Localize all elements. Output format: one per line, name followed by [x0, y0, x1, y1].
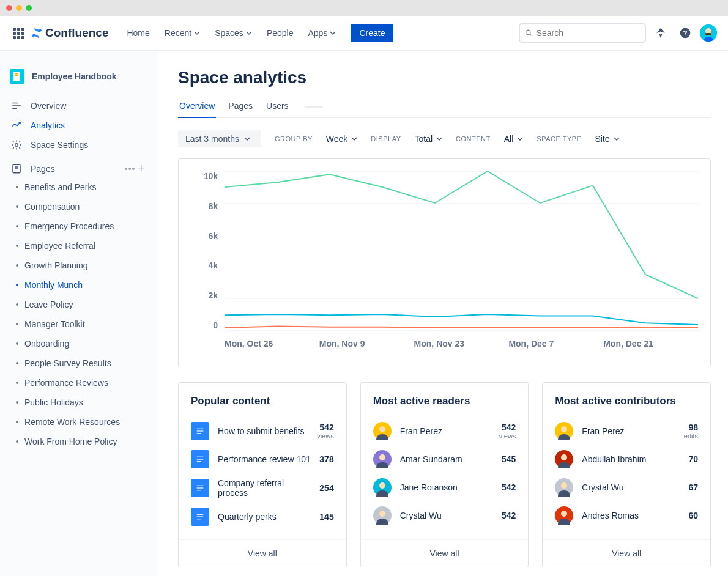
list-item[interactable]: Amar Sundaram 545 — [373, 445, 516, 473]
user-avatar-small — [555, 478, 573, 497]
doc-icon — [191, 422, 209, 440]
svg-point-39 — [561, 426, 567, 432]
page-tree-item[interactable]: People Survey Results — [5, 353, 153, 373]
page-tree-item[interactable]: Leave Policy — [5, 295, 153, 314]
app-switcher-icon[interactable] — [11, 26, 26, 40]
list-item[interactable]: Company referral process 254 — [191, 473, 334, 503]
svg-point-31 — [379, 426, 385, 432]
space-header[interactable]: Employee Handbook — [5, 65, 153, 96]
content-filter[interactable]: All — [504, 134, 524, 144]
overview-icon — [11, 100, 22, 111]
active-readers-card: Most active readers Fran Perez 542views … — [360, 382, 529, 567]
pages-add-icon[interactable]: + — [135, 162, 147, 175]
page-tree-item[interactable]: Remote Work Resources — [5, 412, 153, 432]
page-title: Space analytics — [178, 68, 711, 87]
nav-home[interactable]: Home — [121, 24, 155, 42]
user-avatar-small — [373, 478, 392, 497]
user-avatar-small — [373, 422, 392, 440]
help-icon[interactable]: ? — [675, 23, 695, 43]
sidebar-item-overview[interactable]: Overview — [5, 96, 153, 116]
view-all-readers[interactable]: View all — [361, 539, 529, 567]
user-avatar[interactable] — [700, 24, 717, 42]
list-item[interactable]: How to submit benefits 542views — [191, 417, 334, 445]
filter-bar: Last 3 months GROUP BY Week DISPLAY Tota… — [178, 130, 711, 147]
page-tree-item[interactable]: Public Holidays — [5, 393, 153, 412]
date-range-filter[interactable]: Last 3 months — [178, 130, 261, 147]
page-tree-item[interactable]: Monthly Munch — [5, 275, 153, 295]
list-item[interactable]: Fran Perez 542views — [373, 417, 516, 445]
space-icon — [10, 69, 24, 84]
group-by-filter[interactable]: Week — [326, 134, 358, 144]
nav-apps[interactable]: Apps — [302, 24, 342, 42]
card-title: Most active contributors — [555, 395, 698, 407]
popular-content-card: Popular content How to submit benefits 5… — [178, 382, 347, 567]
page-tree-item[interactable]: Benefits and Perks — [5, 177, 153, 197]
chevron-down-icon — [330, 30, 336, 36]
page-tree-item[interactable]: Work From Home Policy — [5, 432, 153, 451]
doc-icon — [191, 508, 209, 526]
page-tree-item[interactable]: Emergency Procedures — [5, 216, 153, 236]
sidebar-item-settings[interactable]: Space Settings — [5, 135, 153, 155]
display-filter[interactable]: Total — [415, 134, 443, 144]
page-tree-item[interactable]: Performance Reviews — [5, 373, 153, 393]
svg-text:?: ? — [683, 29, 687, 37]
page-tree-item[interactable]: Onboarding — [5, 334, 153, 353]
pages-more-icon[interactable]: ••• — [125, 164, 136, 174]
page-tree-item[interactable]: Compensation — [5, 197, 153, 216]
svg-rect-10 — [15, 75, 18, 76]
analytics-icon — [11, 120, 22, 131]
tab-users[interactable]: Users — [265, 97, 290, 118]
view-all-contributors[interactable]: View all — [543, 539, 710, 567]
nav-spaces[interactable]: Spaces — [209, 24, 258, 42]
create-button[interactable]: Create — [351, 24, 393, 42]
space-type-filter[interactable]: Site — [595, 134, 619, 144]
list-item[interactable]: Jane Rotanson 542 — [373, 473, 516, 501]
svg-point-35 — [379, 482, 385, 489]
svg-rect-9 — [15, 73, 18, 75]
chevron-down-icon — [436, 136, 442, 142]
window-minimize[interactable] — [16, 5, 22, 11]
list-item[interactable]: Quarterly perks 145 — [191, 503, 334, 531]
list-item[interactable]: Performance review 101 378 — [191, 445, 334, 473]
confluence-logo[interactable]: Confluence — [31, 26, 108, 40]
user-avatar-small — [555, 422, 573, 440]
view-all-popular[interactable]: View all — [179, 539, 346, 567]
chevron-down-icon — [614, 136, 620, 142]
card-title: Popular content — [191, 395, 334, 407]
gear-icon — [11, 139, 22, 150]
chart-card: 10k8k6k4k2k0 Mon, Oct 26Mon, Nov 9Mon, N… — [178, 158, 711, 367]
svg-point-33 — [379, 454, 385, 460]
tabs: OverviewPagesUsers — [178, 97, 711, 118]
svg-point-41 — [561, 454, 567, 460]
window-close[interactable] — [6, 5, 12, 11]
space-title: Employee Handbook — [32, 72, 116, 81]
chevron-down-icon — [517, 136, 523, 142]
list-item[interactable]: Crystal Wu 67 — [555, 473, 698, 501]
user-avatar-small — [373, 450, 392, 468]
svg-point-45 — [561, 511, 567, 517]
list-item[interactable]: Abdullah Ibrahim 70 — [555, 445, 698, 473]
list-item[interactable]: Fran Perez 98edits — [555, 417, 698, 445]
tab-overview[interactable]: Overview — [178, 97, 216, 118]
list-item[interactable]: Crystal Wu 542 — [373, 501, 516, 530]
svg-point-37 — [379, 511, 385, 517]
nav-people[interactable]: People — [261, 24, 300, 42]
chevron-down-icon — [244, 136, 250, 142]
page-tree-item[interactable]: Employee Referral — [5, 236, 153, 256]
tab-pages[interactable]: Pages — [227, 97, 254, 118]
page-tree-item[interactable]: Manager Toolkit — [5, 314, 153, 334]
app-name: Confluence — [45, 26, 108, 40]
pages-section-header[interactable]: Pages ••• + — [5, 155, 153, 176]
nav-recent[interactable]: Recent — [158, 24, 206, 42]
list-item[interactable]: Andres Romas 60 — [555, 501, 698, 530]
window-zoom[interactable] — [26, 5, 32, 11]
sidebar-item-analytics[interactable]: Analytics — [5, 116, 153, 135]
page-tree-item[interactable]: Growth Planning — [5, 256, 153, 275]
search-icon — [525, 29, 533, 37]
doc-icon — [191, 450, 209, 468]
search-input[interactable] — [519, 23, 646, 43]
card-title: Most active readers — [373, 395, 516, 407]
chevron-down-icon — [351, 136, 357, 142]
search-field[interactable] — [537, 28, 640, 38]
notifications-icon[interactable] — [651, 23, 670, 43]
